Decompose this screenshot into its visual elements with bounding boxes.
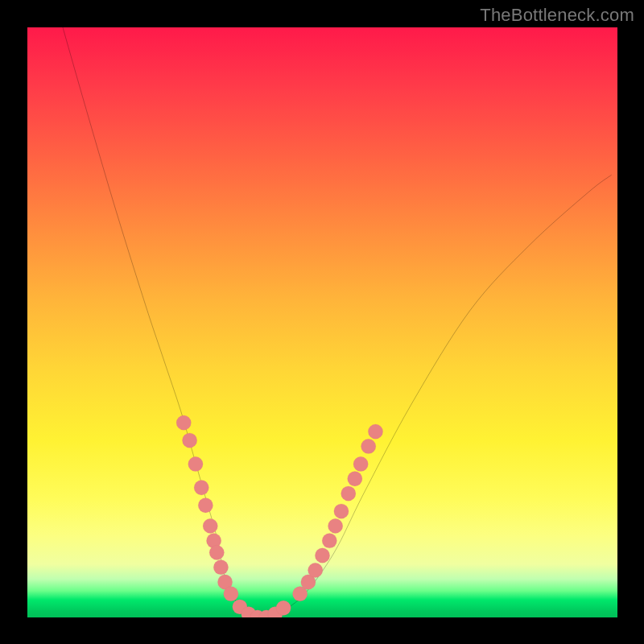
marker-dot	[198, 498, 213, 513]
marker-dot	[328, 518, 342, 533]
marker-dot	[203, 518, 217, 533]
watermark: TheBottleneck.com	[480, 5, 634, 26]
marker-dot	[361, 439, 376, 453]
marker-dot	[322, 534, 336, 548]
marker-dot	[182, 433, 196, 448]
chart-container: TheBottleneck.com	[0, 0, 644, 644]
marker-dot	[368, 424, 382, 439]
marker-dot	[176, 415, 191, 430]
marker-dot	[276, 601, 291, 615]
marker-dot	[194, 481, 208, 495]
plot-area	[27, 27, 617, 617]
marker-dot	[213, 560, 228, 575]
markers-group	[176, 415, 383, 617]
marker-dot	[334, 504, 349, 518]
marker-dot	[224, 587, 238, 601]
marker-dot	[209, 545, 224, 559]
marker-dot	[353, 456, 368, 471]
marker-dot	[188, 456, 203, 471]
marker-dot	[341, 486, 356, 501]
marker-dot	[308, 563, 323, 577]
marker-dot	[348, 472, 362, 486]
chart-svg	[27, 27, 617, 617]
marker-dot	[315, 548, 329, 563]
